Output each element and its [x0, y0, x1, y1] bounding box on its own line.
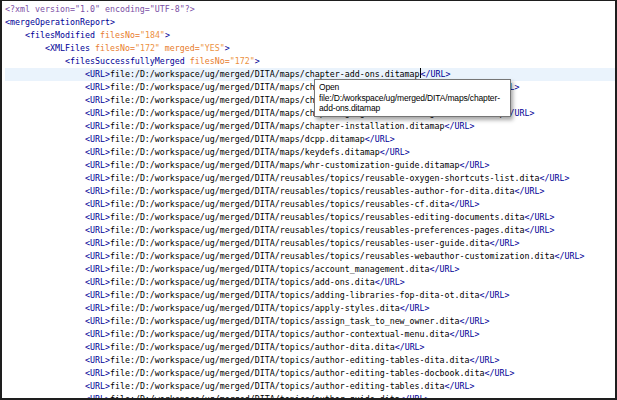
- xml-tag: <URL>: [5, 69, 110, 79]
- xml-tag: </URL>: [450, 199, 480, 209]
- xml-tag: <URL>: [5, 238, 110, 248]
- xml-text-content: file:/D:/workspace/ug/merged/DITA/reusab…: [110, 238, 490, 248]
- xml-tag: </URL>: [490, 238, 520, 248]
- xml-text-content: file:/D:/workspace/ug/merged/DITA/reusab…: [110, 173, 540, 183]
- xml-attribute-value: "YES": [200, 43, 225, 53]
- xml-text-content: file:/D:/workspace/ug/merged/DITA/topics…: [110, 303, 400, 313]
- code-line[interactable]: <URL>file:/D:/workspace/ug/merged/DITA/m…: [5, 94, 615, 107]
- code-line[interactable]: <URL>file:/D:/workspace/ug/merged/DITA/t…: [5, 328, 615, 341]
- xml-tag: <URL>: [5, 212, 110, 222]
- xml-text-content: file:/D:/workspace/ug/merged/DITA/maps/c…: [110, 69, 420, 79]
- code-line[interactable]: <XMLFiles filesNo="172" merged="YES">: [5, 42, 615, 55]
- xml-text-content: file:/D:/workspace/ug/merged/DITA/maps/d…: [110, 134, 365, 144]
- xml-tag: <filesModified: [5, 30, 100, 40]
- xml-tag: </URL>: [525, 225, 555, 235]
- code-line[interactable]: <URL>file:/D:/workspace/ug/merged/DITA/r…: [5, 250, 615, 263]
- xml-text-content: file:/D:/workspace/ug/merged/DITA/topics…: [110, 394, 400, 400]
- xml-tag: </URL>: [400, 394, 430, 400]
- xml-tag: <URL>: [5, 147, 110, 157]
- xml-tag: <URL>: [5, 225, 110, 235]
- xml-tag: <URL>: [5, 199, 110, 209]
- xml-tag: </URL>: [430, 264, 460, 274]
- xml-editor-text-area[interactable]: <?xml version="1.0" encoding="UTF-8"?><m…: [2, 1, 615, 400]
- xml-tag: <URL>: [5, 160, 110, 170]
- xml-text-content: file:/D:/workspace/ug/merged/DITA/reusab…: [110, 251, 555, 261]
- code-line[interactable]: <URL>file:/D:/workspace/ug/merged/DITA/r…: [5, 172, 615, 185]
- code-line[interactable]: <URL>file:/D:/workspace/ug/merged/DITA/r…: [5, 198, 615, 211]
- xml-tag: </URL>: [485, 368, 515, 378]
- xml-text-content: file:/D:/workspace/ug/merged/DITA/topics…: [110, 342, 395, 352]
- code-line[interactable]: <URL>file:/D:/workspace/ug/merged/DITA/t…: [5, 354, 615, 367]
- xml-tag: <URL>: [5, 108, 110, 118]
- code-line[interactable]: <filesSuccessfullyMerged filesNo="172">: [5, 55, 615, 68]
- code-line[interactable]: <mergeOperationReport>: [5, 16, 615, 29]
- code-line[interactable]: <URL>file:/D:/workspace/ug/merged/DITA/r…: [5, 211, 615, 224]
- xml-text-content: file:/D:/workspace/ug/merged/DITA/reusab…: [110, 212, 525, 222]
- xml-attribute-name: filesNo=: [100, 30, 140, 40]
- code-line[interactable]: <URL>file:/D:/workspace/ug/merged/DITA/r…: [5, 237, 615, 250]
- code-line[interactable]: <URL>file:/D:/workspace/ug/merged/DITA/t…: [5, 302, 615, 315]
- xml-declaration: <?xml version="1.0" encoding="UTF-8"?>: [5, 4, 195, 14]
- xml-tag: <URL>: [5, 95, 110, 105]
- xml-text-content: file:/D:/workspace/ug/merged/DITA/maps/c…: [110, 121, 445, 131]
- xml-tag: </URL>: [460, 316, 490, 326]
- xml-text-content: file:/D:/workspace/ug/merged/DITA/topics…: [110, 316, 460, 326]
- xml-tag: <URL>: [5, 186, 110, 196]
- xml-text-content: file:/D:/workspace/ug/merged/DITA/maps/w…: [110, 160, 460, 170]
- xml-text-content: file:/D:/workspace/ug/merged/DITA/topics…: [110, 277, 375, 287]
- code-line[interactable]: <URL>file:/D:/workspace/ug/merged/DITA/m…: [5, 120, 615, 133]
- code-line[interactable]: <URL>file:/D:/workspace/ug/merged/DITA/m…: [5, 133, 615, 146]
- xml-tag: <URL>: [5, 134, 110, 144]
- xml-text-content: file:/D:/workspace/ug/merged/DITA/reusab…: [110, 225, 525, 235]
- xml-tag: <URL>: [5, 381, 110, 391]
- xml-tag: </URL>: [375, 277, 405, 287]
- xml-attribute-name: merged=: [160, 43, 200, 53]
- xml-tag: <URL>: [5, 368, 110, 378]
- code-line[interactable]: <URL>file:/D:/workspace/ug/merged/DITA/t…: [5, 380, 615, 393]
- xml-tag: <URL>: [5, 264, 110, 274]
- code-line[interactable]: <URL>file:/D:/workspace/ug/merged/DITA/r…: [5, 224, 615, 237]
- xml-tag: </URL>: [445, 381, 475, 391]
- code-line[interactable]: <?xml version="1.0" encoding="UTF-8"?>: [5, 3, 615, 16]
- xml-tag: <URL>: [5, 316, 110, 326]
- code-line[interactable]: <URL>file:/D:/workspace/ug/merged/DITA/t…: [5, 341, 615, 354]
- code-line[interactable]: <URL>file:/D:/workspace/ug/merged/DITA/t…: [5, 289, 615, 302]
- xml-tag: </URL>: [480, 290, 510, 300]
- xml-tag: </URL>: [400, 303, 430, 313]
- xml-text-content: file:/D:/workspace/ug/merged/DITA/topics…: [110, 329, 450, 339]
- xml-tag: <URL>: [5, 82, 110, 92]
- xml-tag: </URL>: [445, 121, 475, 131]
- code-line-highlighted[interactable]: <URL>file:/D:/workspace/ug/merged/DITA/m…: [5, 68, 615, 81]
- code-line[interactable]: <URL>file:/D:/workspace/ug/merged/DITA/t…: [5, 393, 615, 400]
- editor-window: { "colors": { "xml_tag": "#000096", "xml…: [0, 0, 617, 400]
- xml-text-content: file:/D:/workspace/ug/merged/DITA/topics…: [110, 381, 445, 391]
- xml-tag: <URL>: [5, 290, 110, 300]
- xml-attribute-value: "172": [135, 43, 160, 53]
- xml-tag: </URL>: [395, 342, 425, 352]
- tooltip-open-label: Open: [319, 82, 506, 93]
- xml-tag: </URL>: [525, 212, 555, 222]
- open-url-tooltip: Open file:/D:/workspace/ug/merged/DITA/m…: [314, 79, 511, 117]
- xml-text-content: file:/D:/workspace/ug/merged/DITA/topics…: [110, 290, 480, 300]
- code-line[interactable]: <URL>file:/D:/workspace/ug/merged/DITA/r…: [5, 185, 615, 198]
- code-line[interactable]: <URL>file:/D:/workspace/ug/merged/DITA/m…: [5, 81, 615, 94]
- xml-tag: <XMLFiles: [5, 43, 95, 53]
- code-line[interactable]: <URL>file:/D:/workspace/ug/merged/DITA/t…: [5, 263, 615, 276]
- xml-tag: <filesSuccessfullyMerged: [5, 56, 190, 66]
- xml-tag: </URL>: [421, 69, 451, 79]
- code-line[interactable]: <URL>file:/D:/workspace/ug/merged/DITA/m…: [5, 159, 615, 172]
- xml-text-content: file:/D:/workspace/ug/merged/DITA/maps/k…: [110, 147, 380, 157]
- xml-attribute-value: "184": [140, 30, 165, 40]
- code-line[interactable]: <filesModified filesNo="184">: [5, 29, 615, 42]
- xml-tag: >: [255, 56, 260, 66]
- xml-tag: </URL>: [450, 329, 480, 339]
- code-line[interactable]: <URL>file:/D:/workspace/ug/merged/DITA/t…: [5, 367, 615, 380]
- xml-text-content: file:/D:/workspace/ug/merged/DITA/topics…: [110, 355, 470, 365]
- code-line[interactable]: <URL>file:/D:/workspace/ug/merged/DITA/m…: [5, 146, 615, 159]
- xml-tag: <URL>: [5, 342, 110, 352]
- code-line[interactable]: <URL>file:/D:/workspace/ug/merged/DITA/t…: [5, 276, 615, 289]
- code-line[interactable]: <URL>file:/D:/workspace/ug/merged/DITA/m…: [5, 107, 615, 120]
- tooltip-path-line-2: add-ons.ditamap: [319, 103, 506, 114]
- xml-tag: </URL>: [540, 173, 570, 183]
- code-line[interactable]: <URL>file:/D:/workspace/ug/merged/DITA/t…: [5, 315, 615, 328]
